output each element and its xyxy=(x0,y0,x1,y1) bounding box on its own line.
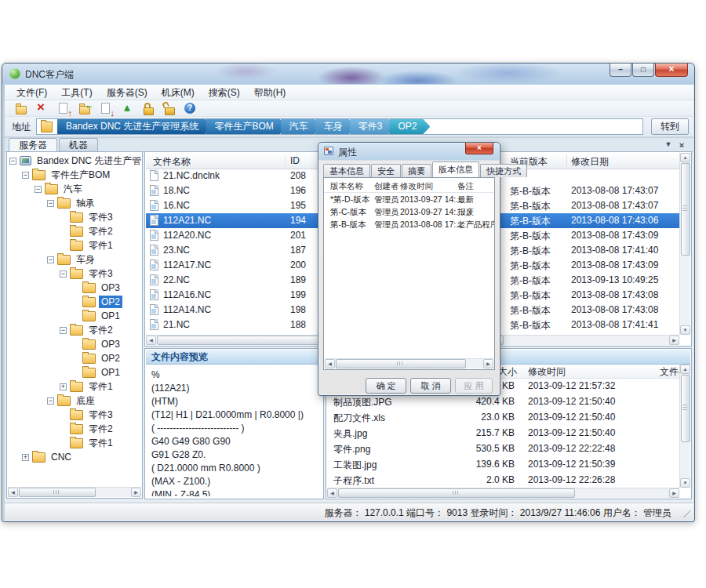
collapse-icon[interactable]: − xyxy=(47,200,54,207)
import-icon[interactable] xyxy=(78,102,92,115)
tree-node[interactable]: OP2 xyxy=(8,295,141,309)
new-icon[interactable] xyxy=(14,102,28,115)
version-row[interactable]: 第-C-版本管理员2013-09-27 14:...报废 xyxy=(324,205,494,218)
tree-node[interactable]: 零件1 xyxy=(8,436,141,450)
column-header-time[interactable]: 修改时间 xyxy=(528,365,566,379)
tree-node[interactable]: +零件1 xyxy=(8,379,141,394)
tree-node[interactable]: −车身 xyxy=(8,252,141,267)
tree-node[interactable]: OP3 xyxy=(8,337,141,351)
related-file-row[interactable]: 配刀文件.xls23.0 KB2013-09-12 21:50:40 xyxy=(327,409,679,425)
column-header-size[interactable]: 大小 xyxy=(498,365,517,379)
version-row[interactable]: *第-D-版本管理员2013-09-27 14:...最新 xyxy=(324,193,494,205)
collapse-icon[interactable]: − xyxy=(47,397,54,405)
titlebar[interactable]: DNC客户端 xyxy=(2,64,694,84)
scroll-right-arrow[interactable] xyxy=(131,488,141,497)
dialog-tab[interactable]: 基本信息 xyxy=(323,164,370,177)
column-header-id[interactable]: ID xyxy=(290,155,300,166)
scroll-up-arrow[interactable] xyxy=(680,365,690,374)
scroll-thumb[interactable] xyxy=(681,375,690,442)
scroll-thumb[interactable] xyxy=(681,163,690,256)
dialog-close-button[interactable] xyxy=(465,143,493,154)
dialog-tab[interactable]: 安全 xyxy=(371,164,401,177)
scroll-right-arrow[interactable] xyxy=(483,359,493,368)
resize-grip-icon[interactable] xyxy=(682,509,690,517)
version-list-header[interactable]: 版本名称创建者修改时间备注 xyxy=(324,180,494,193)
scroll-thumb[interactable] xyxy=(19,488,96,497)
menu-item[interactable]: 机床(M) xyxy=(155,85,202,100)
go-button[interactable]: 转到 xyxy=(651,118,689,135)
related-file-row[interactable]: 制品顶图.JPG420.4 KB2013-09-12 21:50:40 xyxy=(327,394,679,409)
collapse-icon[interactable]: − xyxy=(22,172,29,179)
menu-item[interactable]: 搜索(S) xyxy=(202,85,247,100)
tab-machines[interactable]: 机器 xyxy=(59,138,98,151)
tree-node[interactable]: −零件生产BOM xyxy=(8,168,141,182)
related-horizontal-scrollbar[interactable] xyxy=(327,488,679,498)
scroll-thumb[interactable] xyxy=(336,359,466,368)
menu-item[interactable]: 工具(T) xyxy=(54,85,99,100)
scroll-up-arrow[interactable] xyxy=(680,153,690,162)
dialog-tab[interactable]: 快捷方式 xyxy=(480,164,527,177)
breadcrumb-segment[interactable]: 零件3 xyxy=(350,119,396,134)
collapse-icon[interactable]: − xyxy=(60,270,67,278)
chevron-down-icon[interactable] xyxy=(664,140,673,148)
scroll-left-arrow[interactable] xyxy=(146,336,156,345)
checkin-icon[interactable] xyxy=(56,102,71,115)
menu-item[interactable]: 服务器(S) xyxy=(100,85,155,100)
tree-node[interactable]: −零件3 xyxy=(8,267,141,281)
column-header[interactable]: 备注 xyxy=(457,181,474,192)
tree-node[interactable]: +CNC xyxy=(8,450,141,464)
column-header[interactable]: 版本名称 xyxy=(330,181,363,192)
dialog-tab[interactable]: 版本信息 xyxy=(432,162,479,177)
tree-node[interactable]: −Bandex DNC 先进生产管理系统 xyxy=(8,154,141,168)
scroll-left-arrow[interactable] xyxy=(8,488,18,497)
unlock-icon[interactable] xyxy=(162,102,176,115)
help-icon[interactable] xyxy=(184,102,198,115)
checkout-icon[interactable] xyxy=(99,102,113,115)
breadcrumb-segment[interactable]: OP2 xyxy=(389,119,430,134)
scroll-right-arrow[interactable] xyxy=(669,336,679,345)
breadcrumb-segment[interactable]: Bandex DNC 先进生产管理系统 xyxy=(57,119,212,134)
column-header[interactable]: 创建者 xyxy=(374,181,399,192)
scroll-left-arrow[interactable] xyxy=(327,488,337,498)
column-header[interactable]: 修改时间 xyxy=(400,181,433,192)
breadcrumb-segment[interactable]: 零件生产BOM xyxy=(206,119,286,134)
column-header-name[interactable]: 文件名称 xyxy=(153,155,191,169)
collapse-icon[interactable]: − xyxy=(47,256,54,263)
collapse-icon[interactable]: − xyxy=(9,158,16,165)
scroll-down-arrow[interactable] xyxy=(680,478,690,488)
collapse-icon[interactable]: − xyxy=(35,186,42,193)
column-header-date[interactable]: 修改日期 xyxy=(571,155,609,169)
file-list-vertical-scrollbar[interactable] xyxy=(679,153,690,335)
tree-node[interactable]: 零件2 xyxy=(8,224,141,238)
scroll-right-arrow[interactable] xyxy=(669,488,679,498)
scroll-left-arrow[interactable] xyxy=(325,359,335,368)
delete-icon[interactable] xyxy=(35,102,49,115)
tree-horizontal-scrollbar[interactable] xyxy=(8,487,141,497)
related-vertical-scrollbar[interactable] xyxy=(679,365,690,488)
scroll-down-arrow[interactable] xyxy=(680,325,690,335)
close-button[interactable] xyxy=(655,64,688,77)
tree-node[interactable]: 零件3 xyxy=(8,210,141,224)
tree-node[interactable]: OP1 xyxy=(8,309,141,323)
scroll-thumb[interactable] xyxy=(338,488,575,498)
maximize-button[interactable] xyxy=(632,64,654,77)
address-box[interactable]: Bandex DNC 先进生产管理系统零件生产BOM汽车车身零件3OP2 xyxy=(36,118,643,135)
ok-button[interactable]: 确 定 xyxy=(366,378,406,394)
collapse-icon[interactable]: − xyxy=(60,327,67,334)
menu-item[interactable]: 帮助(H) xyxy=(247,85,293,100)
related-file-row[interactable]: 夹具.jpg215.7 KB2013-09-12 21:50:40 xyxy=(327,425,679,441)
send-icon[interactable] xyxy=(120,102,134,115)
related-file-row[interactable]: 工装图.jpg139.6 KB2013-09-12 21:50:39 xyxy=(327,456,679,472)
tree-node[interactable]: −轴承 xyxy=(8,196,141,210)
tree-node[interactable]: −底座 xyxy=(8,394,141,408)
tree-node[interactable]: OP2 xyxy=(8,351,141,365)
dialog-titlebar[interactable]: 属性 xyxy=(318,143,500,160)
tree-node[interactable]: OP1 xyxy=(8,365,141,379)
minimize-button[interactable] xyxy=(610,64,631,77)
expand-icon[interactable]: + xyxy=(22,454,29,461)
tab-servers[interactable]: 服务器 xyxy=(9,138,57,151)
menu-item[interactable]: 文件(F) xyxy=(9,85,54,100)
tree-node[interactable]: 零件3 xyxy=(8,408,141,422)
related-file-row[interactable]: 零件.png530.5 KB2013-09-12 22:22:48 xyxy=(327,441,679,456)
tree-node[interactable]: 零件1 xyxy=(8,238,141,252)
